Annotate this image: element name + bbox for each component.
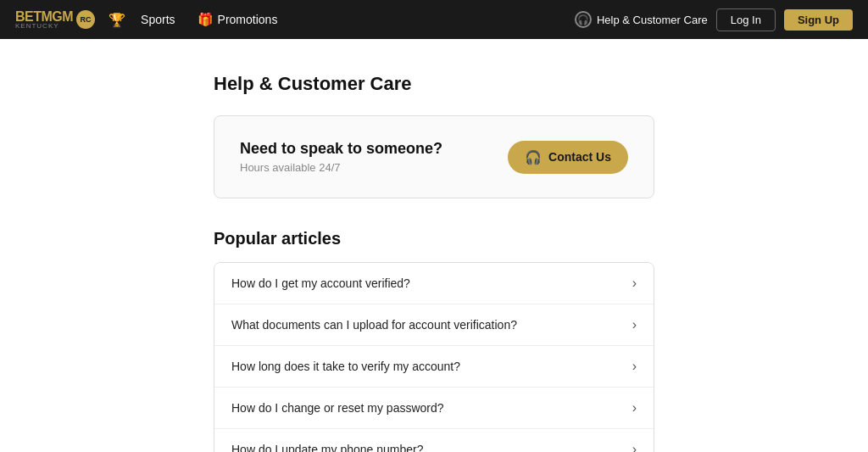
help-label: Help & Customer Care <box>597 14 708 26</box>
promotions-label: Promotions <box>218 13 278 26</box>
article-label: How do I get my account verified? <box>231 276 410 290</box>
gift-icon: 🎁 <box>198 12 214 27</box>
sports-label: Sports <box>141 13 175 26</box>
contact-us-button[interactable]: 🎧 Contact Us <box>508 141 628 174</box>
nav-left: BETMGM KENTUCKY RC 🏆 Sports 🎁 Promotions <box>15 9 575 30</box>
logo-rc: RC <box>76 10 95 29</box>
nav-right: 🎧 Help & Customer Care Log In Sign Up <box>575 8 853 31</box>
article-label: How do I change or reset my password? <box>231 401 444 415</box>
article-label: How long does it take to verify my accou… <box>231 360 460 373</box>
headset-icon: 🎧 <box>525 149 542 165</box>
logo: BETMGM KENTUCKY <box>15 9 73 30</box>
article-item[interactable]: How do I get my account verified? › <box>214 263 654 304</box>
article-item[interactable]: What documents can I upload for account … <box>214 304 654 346</box>
contact-card-heading: Need to speak to someone? <box>240 140 442 158</box>
article-label: How do I update my phone number? <box>231 443 423 452</box>
article-label: What documents can I upload for account … <box>231 318 517 332</box>
article-item[interactable]: How do I update my phone number? › <box>214 429 654 452</box>
article-item[interactable]: How long does it take to verify my accou… <box>214 346 654 388</box>
login-button[interactable]: Log In <box>716 8 776 31</box>
promotions-nav-link[interactable]: 🎁 Promotions <box>189 12 287 27</box>
headset-nav-icon: 🎧 <box>575 11 592 28</box>
contact-us-label: Contact Us <box>548 150 611 164</box>
main-nav: BETMGM KENTUCKY RC 🏆 Sports 🎁 Promotions… <box>0 0 868 39</box>
help-nav-link[interactable]: 🎧 Help & Customer Care <box>575 11 708 28</box>
main-content: Help & Customer Care Need to speak to so… <box>197 39 671 452</box>
contact-card-subtext: Hours available 24/7 <box>240 161 442 174</box>
page-title: Help & Customer Care <box>214 73 654 95</box>
sports-nav-link[interactable]: Sports <box>132 13 183 26</box>
trophy-icon: 🏆 <box>108 12 125 28</box>
chevron-right-icon: › <box>632 359 637 374</box>
signup-button[interactable]: Sign Up <box>784 9 853 31</box>
contact-card-text: Need to speak to someone? Hours availabl… <box>240 140 442 174</box>
popular-articles-title: Popular articles <box>214 229 654 248</box>
chevron-right-icon: › <box>632 276 637 291</box>
chevron-right-icon: › <box>632 400 637 416</box>
contact-card: Need to speak to someone? Hours availabl… <box>214 115 654 198</box>
chevron-right-icon: › <box>632 317 637 332</box>
article-item[interactable]: How do I change or reset my password? › <box>214 388 654 429</box>
articles-list: How do I get my account verified? › What… <box>214 262 654 452</box>
logo-area[interactable]: BETMGM KENTUCKY RC <box>15 9 95 30</box>
chevron-right-icon: › <box>632 442 637 452</box>
